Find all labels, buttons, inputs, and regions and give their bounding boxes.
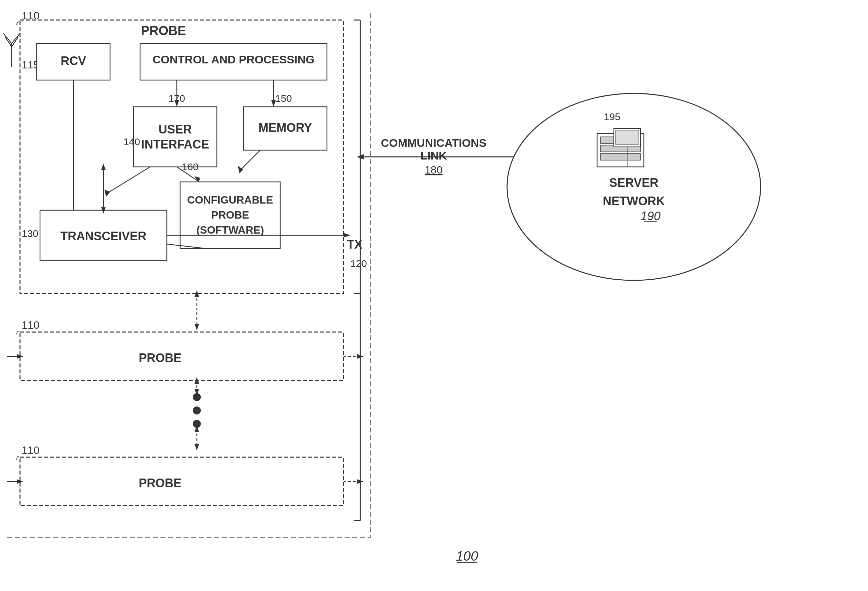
ref-120: 120 <box>350 258 367 269</box>
ref-110-bottom: 110 <box>22 444 39 456</box>
user-interface-line1: USER <box>158 123 192 136</box>
svg-rect-43 <box>601 154 641 160</box>
svg-rect-15 <box>133 107 217 167</box>
ref-130: 130 <box>22 228 38 239</box>
diagram-container: PROBE 110 115 RCV CONTROL AND PROCESSING <box>0 0 868 591</box>
configurable-probe-line2: PROBE <box>211 209 249 221</box>
transceiver-label: TRANSCEIVER <box>61 229 146 243</box>
svg-point-57 <box>193 406 201 414</box>
svg-rect-0 <box>0 0 868 591</box>
communications-link-ref: 180 <box>425 164 442 176</box>
probe-bottom-label: PROBE <box>139 476 182 490</box>
control-processing-label: CONTROL AND PROCESSING <box>152 53 314 66</box>
server-label: SERVER <box>609 176 658 189</box>
ref-140: 140 <box>123 136 140 147</box>
communications-link-line2: LINK <box>420 149 447 162</box>
probe-middle-label: PROBE <box>139 351 182 365</box>
ref-110-top: 110 <box>22 10 39 22</box>
configurable-probe-line1: CONFIGURABLE <box>187 194 273 206</box>
memory-label: MEMORY <box>258 121 312 134</box>
ref-110-middle: 110 <box>22 319 39 331</box>
user-interface-line2: INTERFACE <box>141 137 209 151</box>
ref-195: 195 <box>604 111 620 122</box>
ref-160: 160 <box>182 161 198 172</box>
svg-rect-45 <box>616 130 639 145</box>
ref-170: 170 <box>168 93 185 104</box>
network-ref: 190 <box>641 209 660 223</box>
ref-150: 150 <box>275 93 292 104</box>
communications-link-line1: COMMUNICATIONS <box>381 136 487 149</box>
configurable-probe-line3: (SOFTWARE) <box>196 224 264 236</box>
network-label: NETWORK <box>603 194 665 208</box>
system-ref: 100 <box>456 549 478 563</box>
rcv-label: RCV <box>61 54 86 68</box>
probe-top-label: PROBE <box>141 24 186 38</box>
